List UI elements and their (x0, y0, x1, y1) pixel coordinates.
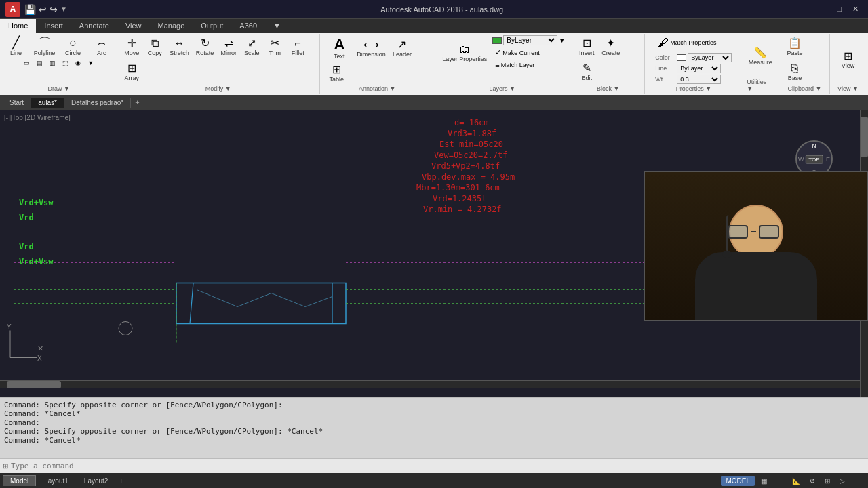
status-osnap-btn[interactable]: ⊞ (821, 476, 833, 486)
layout-tab-layout1[interactable]: Layout1 (37, 475, 76, 487)
cad-annotation-4: Vew=05c20=2.7tf (434, 150, 507, 160)
rectangle-tool[interactable]: ▭ (21, 58, 33, 68)
create-block-button[interactable]: ✦ Create (599, 37, 623, 58)
dropdown-icon[interactable]: ▼ (60, 5, 67, 13)
layout-tab-layout2[interactable]: Layout2 (77, 475, 116, 487)
array-icon: ⊞ (127, 63, 136, 74)
mirror-button[interactable]: ⇌ Mirror (218, 37, 239, 58)
polyline-button[interactable]: ⌒ Polyline (31, 35, 58, 58)
table-button[interactable]: ⊞ Table (326, 63, 347, 84)
scrollbar-horizontal[interactable] (0, 380, 860, 388)
table-icon: ⊞ (332, 64, 341, 75)
rotate-button[interactable]: ↻ Rotate (193, 37, 217, 58)
cad-annotation-1: d= 16cm (454, 118, 489, 127)
scrollbar-vertical-thumb[interactable] (861, 117, 868, 157)
layout-tab-add[interactable]: + (116, 475, 125, 486)
circle-button[interactable]: ○ Circle (60, 35, 87, 58)
cad-annotation-8: Vrd=1.2435t (433, 194, 486, 203)
measure-icon: 📏 (753, 47, 767, 58)
tab-home[interactable]: Home (0, 19, 36, 33)
save-icon[interactable]: 💾 (24, 4, 36, 15)
status-grid-btn[interactable]: ▦ (757, 476, 770, 486)
block-group: ⊡ Insert ✦ Create ✎ Edit Block ▼ (572, 34, 645, 94)
array-button[interactable]: ⊞ Array (121, 62, 142, 83)
tab-detalhes[interactable]: Detalhes padrão* (64, 98, 131, 108)
edit-block-button[interactable]: ✎ Edit (576, 62, 597, 83)
status-polar-btn[interactable]: ↺ (806, 476, 818, 486)
linetype-dropdown[interactable]: ByLayer (677, 64, 721, 73)
insert-button[interactable]: ⊡ Insert (576, 37, 597, 58)
text-button[interactable]: A Text (326, 36, 353, 61)
trim-icon: ✂ (271, 38, 279, 49)
leader-button[interactable]: ↗ Leader (390, 38, 414, 59)
region-tool[interactable]: ◉ (73, 58, 83, 68)
label-vrd-vsw-left-top: Vrd+Vsw (19, 198, 54, 207)
gradient-tool[interactable]: ▥ (47, 58, 58, 68)
tab-aulas[interactable]: aulas* (31, 98, 64, 108)
status-ortho-btn[interactable]: 📐 (789, 476, 804, 486)
maximize-btn[interactable]: □ (833, 5, 846, 14)
line-button[interactable]: ╱ Line (3, 35, 30, 58)
tab-more[interactable]: ▼ (265, 19, 289, 33)
fillet-button[interactable]: ⌐ Fillet (287, 37, 309, 58)
lineweight-dropdown[interactable]: 0.3 (677, 75, 721, 84)
make-current-button[interactable]: ✓ Make Current (492, 47, 565, 58)
draw-more[interactable]: ▼ (85, 58, 96, 68)
copy-button[interactable]: ⧉ Copy (144, 37, 165, 58)
cmd-line-3: Command: (4, 418, 864, 427)
label-vrd-left-2: Vrd (19, 242, 34, 251)
redo-icon[interactable]: ↪ (50, 4, 58, 15)
cad-annotation-6: Vbp.dev.max = 4.95m (422, 172, 515, 182)
tab-output[interactable]: Output (193, 19, 231, 33)
polyline-icon: ⌒ (39, 37, 51, 49)
edit-block-icon: ✎ (583, 63, 591, 74)
status-model-btn[interactable]: MODEL (721, 476, 755, 486)
dimension-button[interactable]: ⟷ Dimension (354, 38, 389, 59)
status-3dosnap-btn[interactable]: ▷ (836, 476, 848, 486)
undo-icon[interactable]: ↩ (39, 4, 47, 15)
tab-add-button[interactable]: + (131, 97, 143, 108)
circle-icon: ○ (69, 37, 77, 49)
match-layer-button[interactable]: ≡ Match Layer (492, 60, 565, 70)
quick-access-toolbar: 💾 ↩ ↪ ▼ (24, 4, 67, 15)
tab-annotate[interactable]: Annotate (71, 19, 117, 33)
stretch-button[interactable]: ↔ Stretch (167, 37, 192, 58)
paste-button[interactable]: 📋 Paste (784, 37, 806, 58)
tab-view[interactable]: View (117, 19, 150, 33)
tab-manage[interactable]: Manage (150, 19, 193, 33)
scrollbar-horizontal-thumb[interactable] (7, 381, 61, 388)
scale-button[interactable]: ⤢ Scale (241, 37, 262, 58)
line-icon: ╱ (12, 37, 20, 49)
minimize-btn[interactable]: ─ (817, 5, 831, 14)
command-input[interactable] (11, 462, 214, 470)
move-button[interactable]: ✛ Move (121, 37, 142, 58)
close-btn[interactable]: ✕ (848, 5, 863, 14)
view-icon: ⊞ (844, 51, 852, 62)
hatch-tool[interactable]: ▤ (34, 58, 45, 68)
cad-annotation-3: Est min=05c20 (439, 140, 503, 149)
layout-tab-model[interactable]: Model (3, 475, 36, 486)
copy-clipboard-button[interactable]: ⎘ Base (784, 62, 806, 83)
tab-a360[interactable]: A360 (231, 19, 265, 33)
text-icon: A (334, 37, 344, 52)
match-properties-button[interactable]: 🖌 Match Properties (655, 35, 732, 50)
utilities-group: 📏 Measure Utilities ▼ (743, 34, 778, 94)
layers-group: 🗂 Layer Properties ByLayer ▼ ✓ (435, 34, 570, 94)
label-vrd-vsw-left-bot: Vrd+Vsw (19, 257, 54, 266)
layer-dropdown[interactable]: ByLayer (503, 35, 557, 45)
tab-start[interactable]: Start (3, 98, 31, 108)
status-workspace-btn[interactable]: ☰ (851, 476, 864, 486)
layer-dropdown-arrow[interactable]: ▼ (559, 37, 565, 44)
status-snap-btn[interactable]: ☰ (773, 476, 786, 486)
ribbon-content: ╱ Line ⌒ Polyline ○ Circle ⌢ Arc (0, 33, 868, 95)
annotation-group: A Text ⟷ Dimension ↗ Leader ⊞ Table Anno… (321, 34, 433, 94)
color-dropdown[interactable]: ByLayer (688, 53, 732, 62)
arc-button[interactable]: ⌢ Arc (88, 35, 115, 58)
layer-properties-button[interactable]: 🗂 Layer Properties (439, 43, 490, 64)
measure-button[interactable]: 📏 Measure (746, 46, 775, 67)
cad-annotation-5: Vrd5+Vp2=4.8tf (431, 161, 500, 171)
view-button[interactable]: ⊞ View (837, 49, 859, 70)
tab-insert[interactable]: Insert (36, 19, 71, 33)
trim-button[interactable]: ✂ Trim (264, 37, 285, 58)
boundary-tool[interactable]: ⬚ (60, 58, 71, 68)
